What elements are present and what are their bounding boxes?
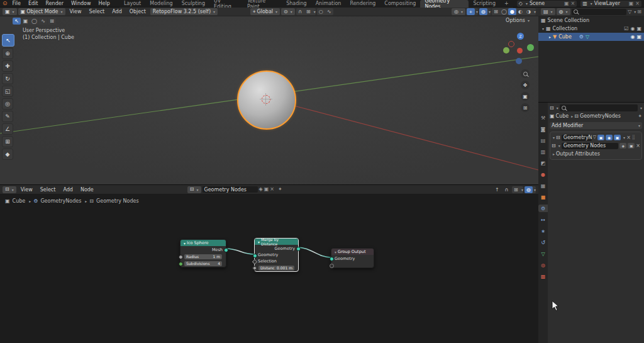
proportional-edit-icon[interactable]: ○ [317,8,325,15]
close-icon[interactable]: × [626,135,631,140]
node-ico-sphere[interactable]: ▾ Ico Sphere Mesh Radius 1 m Subdivision… [180,239,226,267]
gizmo-y-axis[interactable] [527,44,534,51]
workspace-tab-geometry-nodes[interactable]: Geometry Nodes [420,0,469,8]
blender-logo-icon[interactable]: ⊙ [3,1,8,6]
input-socket-subdivisions[interactable] [179,262,183,266]
eye-icon[interactable]: ◉ [630,26,635,31]
modifier-wrench-icon[interactable]: ⚙ [579,35,584,40]
add-modifier-dropdown[interactable]: Add Modifier ▾ [550,122,642,129]
tab-world-icon[interactable]: ● [538,171,548,178]
camera-visibility-icon[interactable]: ▣ [636,35,641,40]
workspace-tab-compositing[interactable]: Compositing [380,0,420,8]
select-extend-icon[interactable]: ⊞ [48,18,56,25]
outliner-row-scene-collection[interactable]: ▦ Scene Collection [538,16,644,25]
output-socket-mesh[interactable] [224,248,228,252]
visibility-dropdown[interactable]: ◎ ▾ [452,8,465,15]
subdivisions-field[interactable]: Subdivisions 4 [184,261,222,266]
tool-scale[interactable]: ◱ [2,86,13,97]
retopoflow-dropdown[interactable]: RetopoFlow 3.2.5 (self) ▾ [150,8,218,15]
orientation-dropdown[interactable]: ⌖ Global ▾ [250,8,280,15]
mode-dropdown[interactable]: ▣ Object Mode ▾ [18,8,65,15]
duplicate-icon[interactable]: ▣ [564,1,569,6]
falloff-icon[interactable]: ∿ [325,8,333,15]
editor-type-button[interactable]: ▤ ▾ [541,8,555,15]
add-workspace-button[interactable]: + [500,0,513,8]
workspace-tab-sculpting[interactable]: Sculpting [177,0,209,8]
workspace-tab-texture-paint[interactable]: Texture Paint [243,0,282,8]
realtime-toggle-icon[interactable]: ◉ [606,135,613,140]
node-merge-by-distance[interactable]: ▾ Merge by Distance Geometry Geometry Se… [254,238,299,272]
workspace-tab-shading[interactable]: Shading [282,0,311,8]
camera-visibility-icon[interactable]: ▣ [636,26,641,31]
options-dropdown[interactable]: Options ▾ [506,18,530,23]
gizmo-neg-y-axis[interactable] [503,47,509,53]
select-tweak-icon[interactable]: ↖ [13,18,21,25]
tab-view-layer-icon[interactable]: ▥ [538,148,548,155]
select-circle-icon[interactable]: ◯ [30,18,38,25]
tab-physics-icon[interactable]: ↺ [538,239,548,246]
tab-material-icon[interactable]: ◍ [538,261,548,269]
geometry-node-editor[interactable]: ⊟ ▾ View Select Add Node ⊟ ▾ Geometry No… [0,184,539,343]
tab-tool-icon[interactable]: ⚒ [538,114,548,121]
breadcrumb-object[interactable]: Cube [556,113,569,119]
properties-search-input[interactable] [560,104,638,111]
gizmo-neg-z-axis[interactable] [516,58,522,64]
chevron-down-icon[interactable]: ▾ [623,135,625,140]
chevron-down-icon[interactable]: ▾ [558,143,560,148]
tab-texture-icon[interactable]: ▩ [538,273,548,280]
node-header[interactable]: ▾ Group Output [331,249,374,255]
funnel-icon[interactable]: ▽ [593,135,596,140]
workspace-tab-rendering[interactable]: Rendering [345,0,380,8]
expand-icon[interactable]: ▾ [542,26,544,31]
tab-particles-icon[interactable]: ∗ [538,227,548,235]
tool-select-box[interactable]: ↖ [2,34,14,47]
render-toggle-icon[interactable]: ▣ [614,135,621,140]
select-box-icon[interactable]: ▣ [21,18,30,25]
eye-icon[interactable]: ◉ [630,35,635,40]
outliner-row-cube[interactable]: ▸ ▼ Cube ⚙ ▽ ◉ ▣ [538,33,644,41]
viewport-menu-select[interactable]: Select [86,9,108,14]
chevron-down-icon[interactable]: ▾ [534,9,536,14]
output-socket-geometry[interactable] [296,247,301,251]
view-layer-selector[interactable]: ▥ ▾ ViewLayer ▣ × [580,1,641,7]
close-icon[interactable]: × [636,143,640,149]
node-group-field[interactable]: Geometry Nodes [562,143,619,149]
input-socket-geometry[interactable] [330,257,334,261]
gizmo-z-axis[interactable]: Z [517,33,524,40]
outliner-row-collection[interactable]: ▾ ▦ Collection ☑ ◉ ▣ [538,25,644,33]
node-group-output[interactable]: ▾ Group Output Geometry [331,248,374,268]
duplicate-icon[interactable]: ▣ [629,1,634,6]
workspace-tab-modeling[interactable]: Modeling [145,0,177,8]
editor-type-button[interactable]: ▣ ▾ [3,8,17,15]
snap-settings-icon[interactable]: ⊞ [304,8,313,15]
tool-add-cube[interactable]: ⊞ [2,136,13,147]
close-icon[interactable]: × [570,1,575,6]
viewport-menu-object[interactable]: Object [126,9,149,14]
tab-render-icon[interactable]: ◙ [538,125,548,133]
menu-file[interactable]: File [9,1,25,6]
menu-edit[interactable]: Edit [25,1,42,6]
tab-modifiers-icon[interactable]: ⚙ [538,205,548,212]
tool-retopoflow[interactable]: ◆ [2,149,13,160]
node-header[interactable]: ▾ Merge by Distance [255,239,298,245]
close-icon[interactable]: × [635,1,640,6]
orthographic-button[interactable]: ⊞ [521,103,530,112]
expand-icon[interactable]: ▸ [549,35,551,39]
camera-view-button[interactable]: ▣ [521,92,530,101]
tab-object-icon[interactable]: ■ [538,193,548,201]
workspace-tab-uv-editing[interactable]: UV Editing [209,0,243,8]
gizmo-x-axis[interactable] [517,48,523,53]
shading-wireframe-icon[interactable]: ◯ [500,8,508,15]
navigation-gizmo[interactable]: Z [503,33,536,65]
snap-magnet-icon[interactable]: ∩ [296,8,304,15]
tab-output-icon[interactable]: ▤ [538,137,548,144]
properties-editor-icon[interactable]: ⊟ [550,106,554,111]
tool-transform[interactable]: ◎ [2,98,13,110]
move-view-button[interactable]: ✥ [521,81,530,89]
tool-move[interactable]: ✚ [2,60,13,72]
3d-viewport[interactable]: ▣ ▾ ▣ Object Mode ▾ View Select Add Obje… [0,8,539,184]
radius-field[interactable]: Radius 1 m [184,254,222,259]
tool-cursor[interactable]: ⊕ [2,48,13,59]
xray-toggle-icon[interactable]: ⊞ [492,8,500,15]
workspace-tab-layout[interactable]: Layout [119,0,145,8]
